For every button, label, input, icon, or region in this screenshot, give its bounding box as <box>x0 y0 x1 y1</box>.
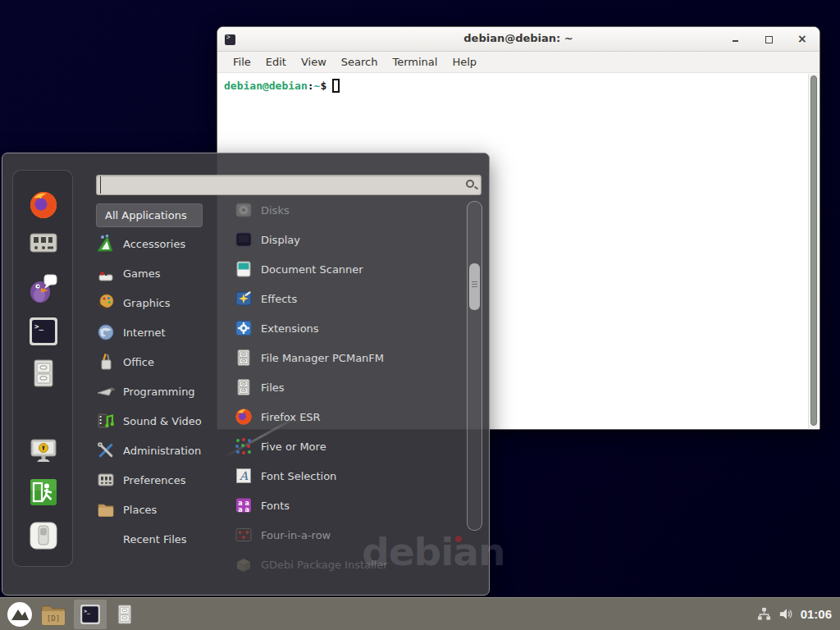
app-document-scanner[interactable]: Document Scanner <box>234 254 457 284</box>
category-all-applications[interactable]: All Applications <box>96 203 203 227</box>
category-preferences[interactable]: Preferences <box>96 465 232 495</box>
files-button[interactable] <box>113 603 136 626</box>
all-applications-label: All Applications <box>105 209 187 221</box>
app-gdebi-package-installer[interactable]: GDebi Package Installer <box>234 550 457 579</box>
app-extensions[interactable]: Extensions <box>234 313 457 343</box>
folder-button[interactable]: [D] <box>39 602 67 627</box>
app-firefox-esr[interactable]: Firefox ESR <box>234 402 457 431</box>
prompt-user-host: debian@debian <box>224 80 308 92</box>
app-four-in-a-row[interactable]: Four-in-a-row <box>234 520 457 550</box>
svg-text:>_: >_ <box>34 322 43 331</box>
app-fonts[interactable]: a aa a Fonts <box>234 491 457 520</box>
file-cabinet-icon <box>234 348 253 368</box>
four-in-a-row-icon <box>234 525 253 545</box>
menu-edit[interactable]: Edit <box>258 56 294 68</box>
category-internet[interactable]: Internet <box>96 317 232 347</box>
graphics-icon <box>96 293 116 313</box>
internet-icon <box>96 322 116 342</box>
close-button[interactable] <box>795 33 808 46</box>
app-font-selection[interactable]: A Font Selection <box>234 461 457 491</box>
category-accessories[interactable]: Accessories <box>96 229 232 258</box>
volume-icon[interactable] <box>778 606 794 622</box>
terminal-scrollbar-thumb[interactable] <box>810 75 817 426</box>
menu-view[interactable]: View <box>294 56 334 68</box>
menu-file[interactable]: File <box>226 56 258 68</box>
minimize-button[interactable] <box>729 33 742 46</box>
desktop: debian@debian: ~ File Edit View Search T… <box>0 0 840 630</box>
shutdown-icon[interactable] <box>27 519 60 552</box>
terminal-button[interactable]: >_ <box>74 600 107 629</box>
application-menu: debian >_ <box>2 153 490 596</box>
accessories-icon <box>96 234 116 253</box>
svg-text:>_: >_ <box>84 607 90 614</box>
category-label: Preferences <box>123 474 185 486</box>
file-cabinet-icon[interactable] <box>27 357 60 390</box>
category-recent-files[interactable]: Recent Files <box>96 524 232 554</box>
app-label: Document Scanner <box>261 263 363 276</box>
menu-scrollbar-thumb[interactable] <box>469 263 480 310</box>
svg-text:a a: a a <box>238 506 249 514</box>
menu-terminal[interactable]: Terminal <box>385 56 445 68</box>
svg-text:A: A <box>239 469 249 482</box>
app-file-manager-pcmanfm[interactable]: File Manager PCManFM <box>234 343 457 372</box>
lock-screen-icon[interactable] <box>27 434 60 467</box>
category-label: Recent Files <box>123 533 187 546</box>
category-places[interactable]: Places <box>96 495 232 524</box>
disks-icon <box>234 200 253 220</box>
application-list: Disks Display Document Scanner Effects E… <box>234 195 457 579</box>
fonts-icon: a aa a <box>234 495 253 515</box>
category-sound-video[interactable]: Sound & Video <box>96 406 232 436</box>
menu-search[interactable]: Search <box>334 56 386 68</box>
app-disks[interactable]: Disks <box>234 195 457 225</box>
category-office[interactable]: Office <box>96 347 232 377</box>
category-programming[interactable]: Programming <box>96 377 232 406</box>
category-label: Programming <box>123 386 195 398</box>
menu-button[interactable] <box>7 601 33 628</box>
app-five-or-more[interactable]: Five or More <box>234 431 457 461</box>
terminal-scrollbar[interactable] <box>808 74 819 428</box>
taskbar-clock[interactable]: 01:06 <box>801 607 833 621</box>
maximize-button[interactable] <box>762 33 775 46</box>
category-administration[interactable]: Administration <box>96 436 232 465</box>
programming-icon <box>96 381 116 401</box>
category-label: Games <box>123 267 160 280</box>
window-controls <box>729 27 808 52</box>
logout-icon[interactable] <box>27 476 60 509</box>
firefox-icon <box>234 407 253 427</box>
app-effects[interactable]: Effects <box>234 284 457 313</box>
app-label: Files <box>261 381 285 394</box>
network-icon[interactable] <box>756 606 772 622</box>
firefox-icon[interactable] <box>27 189 60 221</box>
five-or-more-icon <box>234 436 253 456</box>
terminal-menubar: File Edit View Search Terminal Help <box>217 52 819 73</box>
app-label: GDebi Package Installer <box>261 559 388 571</box>
category-label: Graphics <box>123 297 170 309</box>
terminal-icon[interactable]: >_ <box>27 315 60 348</box>
category-graphics[interactable]: Graphics <box>96 288 232 317</box>
menu-search-input[interactable] <box>100 176 453 194</box>
menu-scrollbar-track[interactable] <box>467 201 482 531</box>
prompt-separator: : <box>308 80 314 92</box>
app-display[interactable]: Display <box>234 225 457 254</box>
display-icon <box>234 230 253 249</box>
app-label: Disks <box>261 204 290 217</box>
app-files[interactable]: Files <box>234 372 457 402</box>
sound-video-icon <box>96 411 116 431</box>
category-label: Internet <box>123 326 166 339</box>
terminal-cursor <box>332 79 340 93</box>
svg-text:[D]: [D] <box>47 614 60 623</box>
app-label: Extensions <box>261 322 319 335</box>
effects-icon <box>234 289 253 308</box>
category-label: Places <box>123 504 157 516</box>
app-label: Effects <box>261 293 297 305</box>
menu-help[interactable]: Help <box>445 56 484 68</box>
app-label: Firefox ESR <box>261 411 321 423</box>
pidgin-icon[interactable] <box>27 272 60 304</box>
favorites-panel: >_ <box>12 170 73 567</box>
font-selection-icon: A <box>234 466 253 486</box>
control-center-icon[interactable] <box>27 226 60 259</box>
app-label: Four-in-a-row <box>261 529 331 541</box>
category-label: Sound & Video <box>123 415 202 427</box>
category-games[interactable]: Games <box>96 258 232 288</box>
terminal-titlebar[interactable]: debian@debian: ~ <box>217 27 819 52</box>
